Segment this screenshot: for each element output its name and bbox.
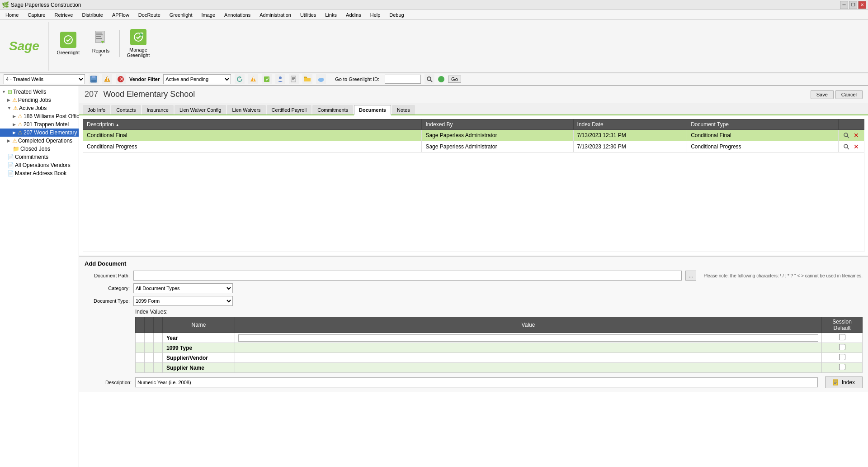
tab-insurance[interactable]: Insurance (142, 105, 174, 114)
sage-logo: Sage (9, 39, 39, 53)
refresh-icon-btn[interactable] (235, 74, 245, 84)
svg-rect-5 (96, 38, 102, 39)
row-delete-btn[interactable]: ✕ (852, 143, 860, 151)
restore-button[interactable]: ❐ (849, 1, 857, 9)
save-button[interactable]: Save (811, 90, 834, 99)
tab-lien-waiver-config[interactable]: Lien Waiver Config (175, 105, 226, 114)
sidebar-item-treated-wells[interactable]: ▼ ⊞ Treated Wells (0, 88, 79, 96)
svg-rect-24 (292, 79, 294, 80)
doc-icon-btn[interactable] (289, 74, 299, 84)
sidebar-item-commitments[interactable]: 📄 Commitments (0, 153, 79, 161)
cancel-button[interactable]: Cancel (835, 90, 863, 99)
tab-lien-waivers[interactable]: Lien Waivers (227, 105, 265, 114)
category-select[interactable]: All Document Types (133, 283, 233, 293)
tab-documents[interactable]: Documents (354, 105, 391, 115)
tab-job-info[interactable]: Job Info (83, 105, 110, 114)
go-button[interactable]: Go (448, 76, 461, 83)
green-box-icon-btn[interactable]: ✓ (262, 74, 272, 84)
index-name-supplier-vendor: Supplier/Vendor (163, 353, 235, 363)
pending-jobs-icon: ⚠ (12, 97, 17, 103)
index-value-1099type[interactable] (235, 343, 822, 353)
index-value-year[interactable] (235, 333, 822, 343)
alert-icon-btn[interactable]: ! (102, 74, 112, 84)
search-icon-btn[interactable] (425, 74, 434, 84)
menu-links[interactable]: Links (323, 11, 339, 19)
sidebar-item-wood-elementary[interactable]: ▶ ⚠ 207 Wood Elementary Sc... (0, 129, 79, 137)
sidebar-item-williams[interactable]: ▶ ⚠ 186 Williams Post Office (0, 112, 79, 120)
index-values-label: Index Values: (135, 309, 168, 315)
document-path-input[interactable] (133, 271, 682, 281)
menu-apflow[interactable]: APFlow (110, 11, 131, 19)
index-button[interactable]: Index (825, 376, 863, 388)
menu-debug[interactable]: Debug (387, 11, 406, 19)
reports-button[interactable]: Reports ▼ (85, 25, 117, 62)
save-icon-btn[interactable] (89, 74, 99, 84)
sidebar-item-pending-jobs[interactable]: ▶ ⚠ Pending Jobs (0, 96, 79, 104)
session-default-supplier-vendor[interactable] (839, 354, 845, 360)
tab-notes[interactable]: Notes (392, 105, 415, 114)
tab-contacts[interactable]: Contacts (111, 105, 141, 114)
manage-greenlight-button[interactable]: + ManageGreenlight (123, 25, 154, 62)
filter-select[interactable]: Active and Pending (163, 74, 231, 84)
goto-input[interactable] (385, 75, 421, 84)
session-default-1099type[interactable] (839, 344, 845, 350)
menu-retrieve[interactable]: Retrieve (52, 11, 75, 19)
sidebar-item-all-vendors[interactable]: 📄 All Operations Vendors (0, 161, 79, 169)
warning-icon-btn[interactable]: ! (248, 74, 258, 84)
expand-active-jobs[interactable]: ▼ (7, 106, 11, 110)
menu-annotations[interactable]: Annotations (222, 11, 252, 19)
menu-docroute[interactable]: DocRoute (137, 11, 162, 19)
trappen-icon: ⚠ (18, 121, 23, 128)
index-value-supplier-name[interactable] (235, 363, 822, 373)
tab-commitments[interactable]: Commitments (312, 105, 353, 114)
row-search-btn[interactable] (842, 143, 850, 151)
menu-greenlight[interactable]: Greenlight (168, 11, 194, 19)
sidebar: ▼ ⊞ Treated Wells ▶ ⚠ Pending Jobs ▼ ⚠ A… (0, 86, 79, 467)
closed-jobs-label: Closed Jobs (20, 146, 50, 152)
index-col-session: SessionDefault (822, 317, 863, 333)
menu-help[interactable]: Help (368, 11, 382, 19)
sidebar-item-trappen[interactable]: ▶ ⚠ 201 Trappen Motel (0, 120, 79, 129)
minimize-button[interactable]: ─ (840, 1, 848, 9)
greenlight-label: Greenlight (57, 50, 80, 55)
cloud-icon-btn[interactable] (316, 74, 326, 84)
description-input[interactable] (135, 377, 818, 387)
expand-treated-wells[interactable]: ▼ (2, 90, 6, 94)
session-default-year[interactable] (839, 334, 845, 340)
expand-wood[interactable]: ▶ (13, 130, 16, 135)
menu-home[interactable]: Home (4, 11, 20, 19)
expand-completed[interactable]: ▶ (7, 138, 10, 143)
menu-capture[interactable]: Capture (26, 11, 47, 19)
tab-certified-payroll[interactable]: Certified Payroll (267, 105, 312, 114)
job-number: 207 (85, 90, 98, 99)
svg-rect-36 (834, 382, 837, 383)
menu-distribute[interactable]: Distribute (80, 11, 104, 19)
greenlight-button[interactable]: Greenlight (52, 25, 84, 62)
people-icon-btn[interactable] (275, 74, 285, 84)
svg-point-30 (844, 133, 848, 137)
close-button[interactable]: ✕ (858, 1, 866, 9)
menu-image[interactable]: Image (200, 11, 217, 19)
row-search-btn[interactable] (842, 131, 850, 139)
filter-bar: 4 - Treated Wells ! ✕ Vendor Filter Acti… (0, 73, 868, 86)
expand-pending-jobs[interactable]: ▶ (7, 98, 10, 102)
expand-trappen[interactable]: ▶ (13, 122, 16, 127)
index-name-supplier-name: Supplier Name (163, 363, 235, 373)
menu-administration[interactable]: Administration (258, 11, 293, 19)
index-value-supplier-vendor[interactable] (235, 353, 822, 363)
table-row: Conditional Final Sage Paperless Adminis… (83, 130, 864, 141)
project-select[interactable]: 4 - Treated Wells (4, 74, 85, 84)
close-icon-btn[interactable]: ✕ (116, 74, 126, 84)
menu-utilities[interactable]: Utilities (298, 11, 318, 19)
row-delete-btn[interactable]: ✕ (852, 131, 860, 139)
sidebar-item-completed-operations[interactable]: ▶ ⚠ Completed Operations (0, 137, 79, 145)
expand-williams[interactable]: ▶ (13, 114, 16, 119)
session-default-supplier-name[interactable] (839, 364, 845, 370)
sidebar-item-master-address[interactable]: 📄 Master Address Book (0, 169, 79, 177)
sidebar-item-active-jobs[interactable]: ▼ ⚠ Active Jobs (0, 104, 79, 112)
menu-addins[interactable]: Addins (344, 11, 363, 19)
document-type-select[interactable]: 1099 Form (133, 296, 233, 306)
folder-icon-btn[interactable] (302, 74, 312, 84)
sidebar-item-closed-jobs[interactable]: 📁 Closed Jobs (0, 145, 79, 153)
browse-button[interactable]: ... (685, 271, 696, 281)
